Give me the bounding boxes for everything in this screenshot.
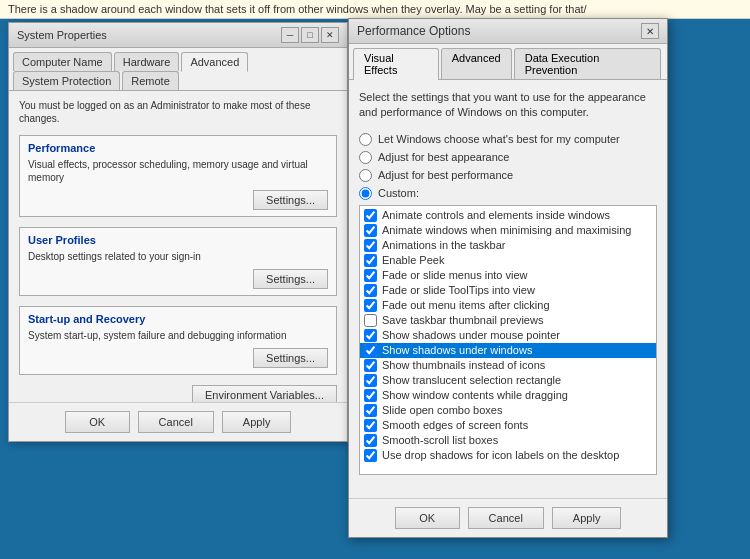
- checkbox-item-12[interactable]: Show window contents while dragging: [360, 388, 656, 403]
- checkbox-12[interactable]: [364, 389, 377, 402]
- perf-tabs: Visual Effects Advanced Data Execution P…: [349, 44, 667, 80]
- tab-computer-name[interactable]: Computer Name: [13, 52, 112, 71]
- admin-notice: You must be logged on as an Administrato…: [19, 99, 337, 125]
- radio-windows-choose-label: Let Windows choose what's best for my co…: [378, 133, 620, 145]
- startup-recovery-section: Start-up and Recovery System start-up, s…: [19, 306, 337, 375]
- user-profiles-section: User Profiles Desktop settings related t…: [19, 227, 337, 296]
- checkbox-item-10[interactable]: Show thumbnails instead of icons: [360, 358, 656, 373]
- sys-props-tabs: Computer Name Hardware Advanced System P…: [9, 48, 347, 91]
- perf-ok-button[interactable]: OK: [395, 507, 460, 529]
- user-profiles-desc: Desktop settings related to your sign-in: [28, 250, 328, 263]
- perf-titlebar: Performance Options ✕: [349, 19, 667, 44]
- checkbox-item-5[interactable]: Fade or slide ToolTips into view: [360, 283, 656, 298]
- perf-description: Select the settings that you want to use…: [359, 90, 657, 121]
- checkbox-4[interactable]: [364, 269, 377, 282]
- checkbox-16[interactable]: [364, 449, 377, 462]
- checkbox-item-3[interactable]: Enable Peek: [360, 253, 656, 268]
- checkbox-3[interactable]: [364, 254, 377, 267]
- top-banner: There is a shadow around each window tha…: [0, 0, 750, 19]
- checkbox-item-6[interactable]: Fade out menu items after clicking: [360, 298, 656, 313]
- checkbox-14[interactable]: [364, 419, 377, 432]
- radio-best-performance-input[interactable]: [359, 169, 372, 182]
- checkbox-15[interactable]: [364, 434, 377, 447]
- checkbox-10[interactable]: [364, 359, 377, 372]
- radio-windows-choose-input[interactable]: [359, 133, 372, 146]
- checkbox-label-9: Show shadows under windows: [382, 344, 532, 356]
- checkbox-2[interactable]: [364, 239, 377, 252]
- checkbox-label-1: Animate windows when minimising and maxi…: [382, 224, 631, 236]
- checkbox-5[interactable]: [364, 284, 377, 297]
- perf-content: Select the settings that you want to use…: [349, 80, 667, 485]
- visual-effects-list[interactable]: Animate controls and elements inside win…: [359, 205, 657, 475]
- checkbox-item-16[interactable]: Use drop shadows for icon labels on the …: [360, 448, 656, 463]
- checkbox-6[interactable]: [364, 299, 377, 312]
- checkbox-1[interactable]: [364, 224, 377, 237]
- checkbox-item-9[interactable]: Show shadows under windows: [360, 343, 656, 358]
- sys-props-content: You must be logged on as an Administrato…: [9, 91, 347, 393]
- checkbox-label-15: Smooth-scroll list boxes: [382, 434, 498, 446]
- perf-cancel-button[interactable]: Cancel: [468, 507, 544, 529]
- radio-best-appearance[interactable]: Adjust for best appearance: [359, 151, 657, 164]
- checkbox-label-12: Show window contents while dragging: [382, 389, 568, 401]
- checkbox-item-1[interactable]: Animate windows when minimising and maxi…: [360, 223, 656, 238]
- checkbox-item-7[interactable]: Save taskbar thumbnail previews: [360, 313, 656, 328]
- checkbox-label-8: Show shadows under mouse pointer: [382, 329, 560, 341]
- radio-custom[interactable]: Custom:: [359, 187, 657, 200]
- checkbox-8[interactable]: [364, 329, 377, 342]
- checkbox-label-16: Use drop shadows for icon labels on the …: [382, 449, 619, 461]
- sys-props-maximize-button[interactable]: □: [301, 27, 319, 43]
- user-profiles-settings-button[interactable]: Settings...: [253, 269, 328, 289]
- perf-title: Performance Options: [357, 24, 470, 38]
- tab-remote[interactable]: Remote: [122, 71, 179, 90]
- tab-hardware[interactable]: Hardware: [114, 52, 180, 71]
- tab-system-protection[interactable]: System Protection: [13, 71, 120, 90]
- perf-tab-dep[interactable]: Data Execution Prevention: [514, 48, 661, 79]
- perf-tab-advanced[interactable]: Advanced: [441, 48, 512, 79]
- sys-props-close-button[interactable]: ✕: [321, 27, 339, 43]
- checkbox-0[interactable]: [364, 209, 377, 222]
- checkbox-item-4[interactable]: Fade or slide menus into view: [360, 268, 656, 283]
- performance-settings-button[interactable]: Settings...: [253, 190, 328, 210]
- radio-best-performance[interactable]: Adjust for best performance: [359, 169, 657, 182]
- performance-desc: Visual effects, processor scheduling, me…: [28, 158, 328, 184]
- radio-best-appearance-label: Adjust for best appearance: [378, 151, 509, 163]
- checkbox-7[interactable]: [364, 314, 377, 327]
- checkbox-item-2[interactable]: Animations in the taskbar: [360, 238, 656, 253]
- sys-props-apply-button[interactable]: Apply: [222, 411, 292, 433]
- performance-title: Performance: [28, 142, 328, 154]
- checkbox-item-0[interactable]: Animate controls and elements inside win…: [360, 208, 656, 223]
- sys-props-minimize-button[interactable]: ─: [281, 27, 299, 43]
- perf-apply-button[interactable]: Apply: [552, 507, 622, 529]
- checkbox-label-4: Fade or slide menus into view: [382, 269, 528, 281]
- radio-custom-input[interactable]: [359, 187, 372, 200]
- checkbox-9[interactable]: [364, 344, 377, 357]
- performance-section: Performance Visual effects, processor sc…: [19, 135, 337, 217]
- radio-best-appearance-input[interactable]: [359, 151, 372, 164]
- checkbox-item-8[interactable]: Show shadows under mouse pointer: [360, 328, 656, 343]
- sys-props-bottom-buttons: OK Cancel Apply: [9, 402, 347, 441]
- checkbox-item-14[interactable]: Smooth edges of screen fonts: [360, 418, 656, 433]
- checkbox-13[interactable]: [364, 404, 377, 417]
- sys-props-controls: ─ □ ✕: [281, 27, 339, 43]
- checkbox-label-3: Enable Peek: [382, 254, 444, 266]
- checkbox-label-11: Show translucent selection rectangle: [382, 374, 561, 386]
- checkbox-11[interactable]: [364, 374, 377, 387]
- tab-advanced[interactable]: Advanced: [181, 52, 248, 72]
- checkbox-label-2: Animations in the taskbar: [382, 239, 506, 251]
- startup-recovery-settings-button[interactable]: Settings...: [253, 348, 328, 368]
- startup-recovery-desc: System start-up, system failure and debu…: [28, 329, 328, 342]
- perf-bottom-buttons: OK Cancel Apply: [349, 498, 667, 537]
- perf-tab-visual-effects[interactable]: Visual Effects: [353, 48, 439, 80]
- checkbox-label-7: Save taskbar thumbnail previews: [382, 314, 543, 326]
- checkbox-label-5: Fade or slide ToolTips into view: [382, 284, 535, 296]
- checkbox-item-13[interactable]: Slide open combo boxes: [360, 403, 656, 418]
- sys-props-cancel-button[interactable]: Cancel: [138, 411, 214, 433]
- checkbox-item-11[interactable]: Show translucent selection rectangle: [360, 373, 656, 388]
- performance-options-window: Performance Options ✕ Visual Effects Adv…: [348, 18, 668, 538]
- user-profiles-title: User Profiles: [28, 234, 328, 246]
- checkbox-label-6: Fade out menu items after clicking: [382, 299, 550, 311]
- sys-props-ok-button[interactable]: OK: [65, 411, 130, 433]
- radio-windows-choose[interactable]: Let Windows choose what's best for my co…: [359, 133, 657, 146]
- checkbox-item-15[interactable]: Smooth-scroll list boxes: [360, 433, 656, 448]
- perf-close-button[interactable]: ✕: [641, 23, 659, 39]
